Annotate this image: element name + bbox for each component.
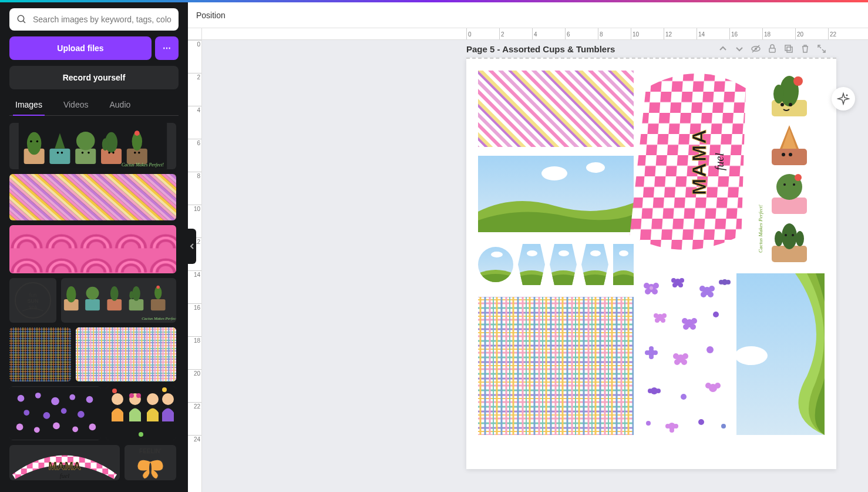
- svg-point-219: [669, 428, 674, 433]
- thumb-characters[interactable]: [106, 386, 176, 440]
- design-page[interactable]: MAMA fuel Cactus Makes Perfect!: [466, 58, 836, 469]
- svg-rect-104: [769, 48, 775, 52]
- svg-point-163: [785, 234, 787, 236]
- thumb-mama-checker[interactable]: MAMA fuel: [9, 445, 120, 480]
- svg-text:fuel: fuel: [60, 472, 69, 479]
- svg-point-72: [69, 394, 75, 400]
- thumb-plaid-pastel[interactable]: [76, 327, 176, 381]
- svg-rect-19: [127, 149, 147, 164]
- svg-rect-33: [9, 225, 176, 273]
- position-button[interactable]: Position: [196, 11, 226, 20]
- page-item-cactus-column[interactable]: Cactus Makes Perfect!: [758, 76, 807, 262]
- svg-point-23: [138, 152, 140, 154]
- svg-point-185: [726, 280, 731, 285]
- svg-point-209: [648, 389, 652, 393]
- svg-text:fuel: fuel: [713, 153, 726, 170]
- thumb-cactus-small[interactable]: Cactus Makes Perfect!: [61, 278, 176, 323]
- svg-point-134: [491, 252, 503, 257]
- visibility-icon[interactable]: [751, 43, 761, 54]
- svg-point-224: [846, 95, 848, 96]
- svg-point-149: [780, 103, 784, 106]
- page-item-flowers[interactable]: [640, 273, 734, 435]
- svg-rect-31: [9, 174, 176, 220]
- svg-point-89: [162, 393, 174, 405]
- duplicate-icon[interactable]: [783, 43, 794, 54]
- thumb-stripes[interactable]: [9, 174, 176, 220]
- svg-point-12: [82, 152, 84, 154]
- page-title[interactable]: Page 5 - Assorted Cups & Tumblers: [466, 44, 615, 54]
- svg-point-158: [795, 174, 802, 181]
- page-item-plaid[interactable]: [478, 297, 634, 435]
- svg-point-49: [156, 286, 159, 289]
- svg-point-152: [782, 153, 785, 156]
- svg-point-184: [719, 280, 724, 285]
- svg-point-171: [652, 289, 658, 294]
- svg-rect-68: [9, 387, 101, 440]
- page-item-landscape-tabs[interactable]: [478, 244, 634, 285]
- thumb-plaid-dark[interactable]: [9, 327, 71, 381]
- upload-files-button[interactable]: Upload files: [9, 36, 152, 60]
- svg-point-174: [671, 278, 676, 283]
- svg-point-46: [129, 291, 133, 299]
- svg-point-6: [36, 140, 39, 143]
- svg-point-75: [43, 412, 51, 419]
- svg-point-205: [674, 359, 680, 365]
- page-item-mama-checker[interactable]: MAMA fuel: [629, 73, 753, 250]
- svg-rect-67: [76, 327, 176, 381]
- thumb-cactus-row[interactable]: Cactus Makes Perfect!: [9, 123, 176, 169]
- svg-point-176: [672, 283, 677, 287]
- svg-text:FEELIN': FEELIN': [139, 448, 162, 454]
- record-yourself-button[interactable]: Record yourself: [9, 66, 179, 89]
- page-item-stripes[interactable]: [478, 71, 634, 147]
- svg-point-82: [89, 424, 96, 431]
- svg-point-195: [690, 324, 696, 330]
- svg-point-193: [691, 318, 697, 324]
- svg-point-172: [650, 286, 653, 290]
- delete-icon[interactable]: [800, 43, 810, 54]
- thumb-butterfly[interactable]: FEELIN': [125, 445, 176, 480]
- page-down-icon[interactable]: [734, 43, 745, 54]
- page-item-landscape-tall[interactable]: [735, 273, 825, 435]
- thumb-flowers[interactable]: [9, 386, 101, 440]
- svg-point-84: [112, 393, 123, 405]
- thumb-fun-sun-sea[interactable]: funSUNsea: [9, 278, 56, 323]
- svg-point-71: [51, 397, 59, 406]
- canvas-scroll[interactable]: Page 5 - Assorted Cups & Tumblers: [202, 40, 868, 492]
- upload-more-button[interactable]: ⋯: [155, 36, 179, 60]
- svg-point-13: [88, 152, 90, 154]
- ai-assist-button[interactable]: [832, 87, 855, 111]
- svg-point-77: [78, 411, 85, 418]
- chevron-left-icon: [190, 243, 194, 250]
- panel-collapse-handle[interactable]: [188, 229, 196, 264]
- svg-point-213: [705, 383, 711, 389]
- page-up-icon[interactable]: [718, 43, 728, 54]
- svg-point-142: [619, 250, 628, 256]
- svg-point-161: [775, 231, 783, 246]
- expand-icon[interactable]: [816, 43, 827, 54]
- thumb-rainbows[interactable]: [9, 225, 176, 273]
- svg-point-39: [66, 286, 76, 302]
- tab-videos[interactable]: Videos: [61, 95, 91, 115]
- svg-point-179: [699, 286, 705, 292]
- tab-audio[interactable]: Audio: [107, 95, 133, 115]
- search-input[interactable]: [9, 8, 179, 31]
- canvas-area[interactable]: 0 2 4 6 8 10 12 14 16 18 20 22 0 2 4 6 8…: [188, 28, 868, 492]
- svg-text:SUN: SUN: [27, 298, 38, 304]
- lock-icon[interactable]: [767, 43, 778, 54]
- tab-images[interactable]: Images: [13, 95, 45, 115]
- svg-rect-106: [787, 47, 792, 52]
- image-gallery[interactable]: Cactus Makes Perfect!: [9, 123, 179, 492]
- svg-point-9: [61, 152, 63, 154]
- ruler-horizontal: 0 2 4 6 8 10 12 14 16 18 20 22: [202, 28, 868, 40]
- svg-point-196: [713, 312, 719, 317]
- page-item-landscape[interactable]: [478, 156, 634, 232]
- svg-text:MAMA: MAMA: [48, 460, 80, 472]
- svg-text:Cactus Makes Perfect!: Cactus Makes Perfect!: [758, 205, 763, 253]
- svg-point-43: [110, 286, 119, 301]
- svg-point-74: [23, 410, 29, 416]
- svg-point-177: [678, 283, 683, 287]
- media-tabs: Images Videos Audio: [9, 95, 179, 116]
- svg-point-140: [590, 250, 601, 256]
- svg-point-45: [132, 286, 140, 301]
- svg-point-180: [709, 286, 715, 292]
